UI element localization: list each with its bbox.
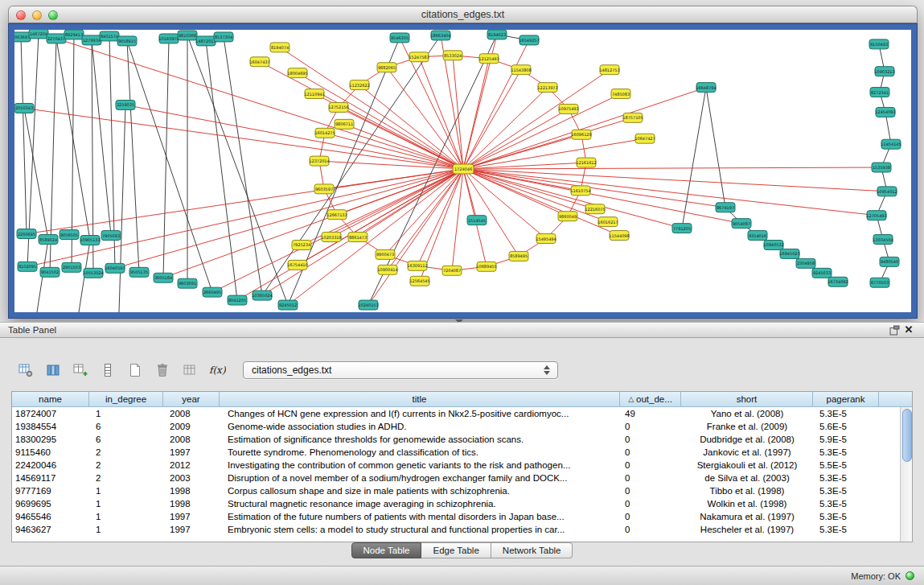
network-node[interactable]: 10193978 xyxy=(158,34,179,43)
network-node[interactable]: 14812753 xyxy=(599,65,619,75)
network-node[interactable]: 10900414 xyxy=(377,265,397,274)
network-node[interactable]: 10647427 xyxy=(634,134,655,143)
network-node[interactable]: 16754410 xyxy=(287,260,307,270)
network-node[interactable]: 16047437 xyxy=(249,57,269,67)
network-node[interactable]: 15247583 xyxy=(409,52,429,62)
network-node[interactable]: 2270437 xyxy=(47,34,66,43)
network-node[interactable]: 3259035 xyxy=(116,101,135,110)
network-node[interactable]: 9806711 xyxy=(335,119,354,129)
scrollbar-thumb[interactable] xyxy=(902,409,912,462)
table-row[interactable]: 977716911998Corpus callosum shape and si… xyxy=(12,484,900,497)
network-node[interactable]: 9480540 xyxy=(880,257,899,266)
network-node[interactable]: 16309112 xyxy=(407,261,427,270)
import-table-icon[interactable] xyxy=(179,360,200,381)
network-node[interactable]: 10975493 xyxy=(558,104,578,113)
network-node[interactable]: 2260695 xyxy=(17,229,36,239)
network-node[interactable]: 12110941 xyxy=(304,89,324,99)
table-row[interactable]: 946554611997Estimation of the future num… xyxy=(12,510,900,523)
network-node[interactable]: 1514545 xyxy=(467,216,487,225)
network-node[interactable]: 12213973 xyxy=(537,83,557,93)
network-node[interactable]: 7905093 xyxy=(101,231,121,241)
tab-edge-table[interactable]: Edge Table xyxy=(421,542,491,558)
network-node[interactable]: 10553024 xyxy=(83,268,103,278)
network-node[interactable]: 9810368 xyxy=(178,31,197,40)
network-node[interactable]: 1535938 xyxy=(872,163,891,172)
function-builder-icon[interactable]: f(x) xyxy=(206,360,228,381)
table-row[interactable]: 1830029562008Estimation of significance … xyxy=(12,433,900,446)
network-node[interactable]: 10240153 xyxy=(358,300,378,310)
network-node[interactable]: 12125493 xyxy=(478,54,499,64)
column-header-in_degree[interactable]: in_degree xyxy=(89,392,163,407)
network-node[interactable]: 10954012 xyxy=(877,187,897,196)
network-node[interactable]: 7485083 xyxy=(611,89,630,99)
table-row[interactable]: 969969511998Structural magnetic resonanc… xyxy=(12,497,900,510)
network-node[interactable]: 10203318 xyxy=(321,233,341,242)
network-node[interactable]: 15495494 xyxy=(536,234,556,244)
network-node[interactable]: 9546305 xyxy=(390,33,409,43)
network-canvas[interactable]: 1724046853302412125493115438081221397310… xyxy=(14,30,911,312)
table-row[interactable]: 946362711997Embryonic stem cells: a mode… xyxy=(12,523,900,536)
network-node[interactable]: 10395024 xyxy=(252,290,272,300)
network-node[interactable]: 8537304 xyxy=(214,32,233,42)
network-node[interactable]: 9056505 xyxy=(60,230,79,240)
network-node[interactable]: 9245012 xyxy=(278,300,298,310)
network-node[interactable]: 1279934 xyxy=(82,35,101,45)
network-node[interactable]: 8589495 xyxy=(509,251,528,261)
network-node[interactable]: 8102095 xyxy=(18,262,37,271)
vertical-scrollbar[interactable] xyxy=(900,407,912,542)
network-node[interactable]: 10940532 xyxy=(763,241,783,250)
network-table-selector[interactable]: citations_edges.txt xyxy=(243,361,558,379)
network-node[interactable]: 8401574 xyxy=(100,31,119,41)
network-node[interactable]: 2050343 xyxy=(14,103,34,113)
network-node[interactable]: 7204087 xyxy=(442,266,462,275)
table-row[interactable]: 911546021997Tourette syndrome. Phenomeno… xyxy=(12,446,900,459)
network-node[interactable]: 11454145 xyxy=(881,139,901,149)
column-header-name[interactable]: name xyxy=(12,392,89,407)
tab-node-table[interactable]: Node Table xyxy=(351,542,422,558)
network-node[interactable]: 16040597 xyxy=(105,263,125,273)
table-row[interactable]: 2242004622012Investigating the contribut… xyxy=(12,459,900,472)
network-node[interactable]: 16945023 xyxy=(779,249,799,258)
network-node[interactable]: 9603597 xyxy=(314,184,334,194)
network-node[interactable]: 16014275 xyxy=(314,128,335,138)
network-node[interactable]: 12161612 xyxy=(576,158,596,167)
network-node[interactable]: 12667133 xyxy=(326,210,347,220)
network-node[interactable]: 8194074 xyxy=(270,43,290,52)
network-node[interactable]: 8679197 xyxy=(716,203,735,212)
tab-network-table[interactable]: Network Table xyxy=(491,542,573,558)
network-node[interactable]: 8041205 xyxy=(228,295,247,305)
network-node[interactable]: 9041502 xyxy=(40,267,60,277)
network-node[interactable]: 18757105 xyxy=(622,113,643,122)
network-node[interactable]: 9063693 xyxy=(14,32,31,42)
network-node[interactable]: 16016217 xyxy=(598,217,618,227)
network-node[interactable]: 14872013 xyxy=(195,36,216,46)
delete-column-icon[interactable] xyxy=(151,360,173,381)
network-node[interactable]: 8533024 xyxy=(443,51,462,60)
network-node[interactable]: 12564545 xyxy=(409,276,429,286)
column-header-short[interactable]: short xyxy=(681,392,813,407)
network-node[interactable]: 12372014 xyxy=(309,156,329,166)
column-header-pagerank[interactable]: pagerank xyxy=(813,392,879,407)
column-header-year[interactable]: year xyxy=(163,392,220,407)
network-node[interactable]: 2660495 xyxy=(203,287,222,297)
network-node[interactable]: 7925234 xyxy=(292,241,311,250)
network-node[interactable]: 8194023 xyxy=(487,30,507,39)
table-settings-icon[interactable] xyxy=(14,360,36,381)
network-node[interactable]: 12454093 xyxy=(875,107,895,117)
network-node[interactable]: 11544098 xyxy=(609,231,629,241)
table-row[interactable]: 1872400712008Changes of HCN gene express… xyxy=(12,407,900,420)
network-node[interactable]: 9245033 xyxy=(812,268,832,278)
float-panel-icon[interactable] xyxy=(887,323,901,336)
table-row[interactable]: 1938455462009Genome-wide association stu… xyxy=(12,420,900,433)
network-node[interactable]: 18663404 xyxy=(430,31,450,40)
network-node[interactable]: 10905133 xyxy=(80,236,100,245)
window-titlebar[interactable]: citations_edges.txt xyxy=(8,6,918,23)
network-node[interactable]: 9054087 xyxy=(732,219,751,229)
close-panel-icon[interactable]: ✕ xyxy=(901,323,916,336)
network-node[interactable]: 9900473 xyxy=(376,249,395,259)
network-node[interactable]: 9150493 xyxy=(869,39,889,49)
network-node[interactable]: 18004695 xyxy=(287,68,307,78)
network-node[interactable]: 9860049 xyxy=(558,212,577,221)
network-node[interactable]: 3605184 xyxy=(154,273,173,282)
create-column-icon[interactable] xyxy=(69,360,91,381)
